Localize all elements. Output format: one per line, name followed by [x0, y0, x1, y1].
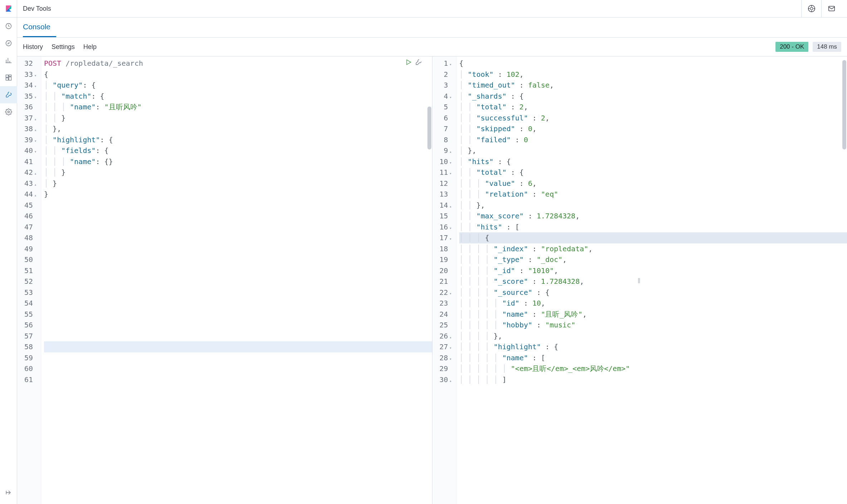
tab-bar: Console: [17, 18, 847, 38]
scrollbar-thumb[interactable]: [427, 107, 431, 149]
svg-point-12: [810, 7, 813, 10]
svg-point-10: [8, 111, 10, 113]
svg-rect-7: [9, 75, 11, 76]
request-editor[interactable]: POST /ropledata/_search{│ "query": {│ │ …: [41, 56, 432, 504]
latency-badge: 148 ms: [813, 42, 841, 52]
scrollbar-thumb[interactable]: [842, 60, 846, 149]
request-pane[interactable]: 3233▾34▾35▾3637▴38▴39▾40▾4142▴43▴44▴4546…: [17, 56, 432, 504]
topbar: Dev Tools: [17, 0, 847, 18]
play-icon[interactable]: [405, 59, 412, 66]
management-icon[interactable]: [0, 103, 17, 120]
dashboard-icon[interactable]: [0, 69, 17, 86]
response-pane[interactable]: ‖ 1▾234▾56789▴10▾11▾121314▴1516▾17▾18192…: [432, 56, 847, 504]
tab-console[interactable]: Console: [23, 18, 56, 37]
wrench-icon[interactable]: [415, 59, 422, 66]
svg-rect-6: [6, 75, 9, 78]
collapse-icon[interactable]: [0, 484, 17, 501]
kibana-logo[interactable]: [0, 0, 17, 18]
svg-marker-14: [407, 60, 411, 64]
editor-area: 3233▾34▾35▾3637▴38▴39▾40▾4142▴43▴44▴4546…: [17, 56, 847, 504]
status-badge: 200 - OK: [775, 42, 808, 52]
svg-rect-8: [9, 77, 11, 80]
mail-icon[interactable]: [821, 0, 841, 17]
discover-icon[interactable]: [0, 35, 17, 52]
svg-marker-5: [8, 43, 10, 44]
recent-icon[interactable]: [0, 18, 17, 35]
help-circle-icon[interactable]: [801, 0, 821, 17]
history-link[interactable]: History: [23, 43, 43, 51]
request-gutter: 3233▾34▾35▾3637▴38▴39▾40▾4142▴43▴44▴4546…: [17, 56, 41, 504]
devtools-icon[interactable]: [0, 86, 17, 103]
page-title: Dev Tools: [23, 5, 51, 13]
help-link[interactable]: Help: [83, 43, 97, 51]
console-toolbar: History Settings Help 200 - OK 148 ms: [17, 38, 847, 56]
response-gutter: 1▾234▾56789▴10▾11▾121314▴1516▾17▾1819202…: [432, 56, 456, 504]
visualize-icon[interactable]: [0, 52, 17, 69]
request-actions: [405, 59, 422, 66]
svg-rect-9: [6, 78, 9, 80]
settings-link[interactable]: Settings: [52, 43, 75, 51]
svg-rect-13: [828, 6, 834, 11]
response-viewer: {│ "took" : 102,│ "timed_out" : false,│ …: [456, 56, 847, 504]
sidebar: [0, 0, 17, 504]
